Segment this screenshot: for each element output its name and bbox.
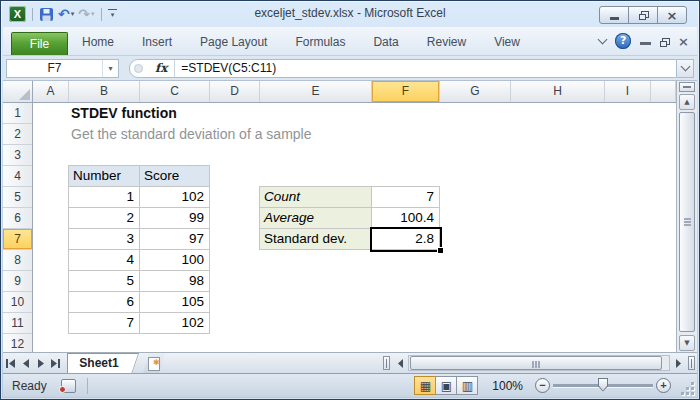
column-header-E[interactable]: E (260, 81, 372, 102)
column-header-F[interactable]: F (372, 81, 440, 102)
cell-F5[interactable]: 7 (372, 187, 440, 208)
sheet-tab-sheet1[interactable]: Sheet1 (67, 353, 139, 373)
cell-B6[interactable]: 2 (69, 208, 140, 229)
table-row: 7102 (69, 313, 210, 334)
fill-handle[interactable] (437, 247, 443, 253)
help-button[interactable]: ? (615, 33, 631, 49)
row-header-8[interactable]: 8 (3, 250, 32, 271)
zoom-slider-handle[interactable] (598, 378, 608, 392)
scroll-left-button[interactable] (393, 355, 407, 371)
row-header-1[interactable]: 1 (3, 103, 32, 124)
restore-button[interactable] (628, 6, 658, 24)
page-break-view-button[interactable]: ▥ (456, 376, 478, 395)
tab-home[interactable]: Home (68, 29, 128, 55)
row-header-4[interactable]: 4 (3, 166, 32, 187)
column-header-G[interactable]: G (440, 81, 511, 102)
row-header-6[interactable]: 6 (3, 208, 32, 229)
vertical-scroll-thumb[interactable] (679, 112, 695, 332)
cell-B9[interactable]: 5 (69, 271, 140, 292)
workbook-minimize-icon[interactable] (640, 42, 651, 45)
horizontal-scrollbar[interactable] (408, 355, 670, 371)
expand-ribbon-icon[interactable] (598, 35, 608, 45)
page-layout-view-button[interactable]: ▣ (435, 376, 457, 395)
formula-input[interactable]: =STDEV(C5:C11) (175, 61, 676, 75)
row-header-5[interactable]: 5 (3, 187, 32, 208)
first-sheet-button[interactable] (3, 353, 18, 373)
cell-C8[interactable]: 100 (140, 250, 210, 271)
name-box[interactable]: F7 ▾ (6, 59, 119, 78)
tab-insert[interactable]: Insert (128, 29, 186, 55)
column-header-C[interactable]: C (140, 81, 210, 102)
cell-F6[interactable]: 100.4 (372, 208, 440, 229)
column-header-A[interactable]: A (33, 81, 69, 102)
insert-function-button[interactable]: fx (148, 61, 174, 75)
tab-page-layout[interactable]: Page Layout (186, 29, 281, 55)
column-header-D[interactable]: D (210, 81, 260, 102)
tab-view[interactable]: View (480, 29, 534, 55)
cell-B7[interactable]: 3 (69, 229, 140, 250)
cell-B11[interactable]: 7 (69, 313, 140, 334)
cell-C4[interactable]: Score (140, 166, 210, 187)
scroll-down-button[interactable]: ▼ (679, 335, 695, 351)
column-header-stub[interactable] (651, 81, 676, 102)
select-all-corner[interactable] (3, 81, 33, 102)
workbook-close-icon[interactable]: × (678, 34, 689, 49)
sheet-canvas[interactable]: STDEV function Get the standard deviatio… (33, 103, 676, 352)
next-sheet-button[interactable] (33, 353, 48, 373)
tab-file[interactable]: File (11, 32, 68, 55)
cell-E5[interactable]: Count (260, 187, 372, 208)
last-sheet-button[interactable] (48, 353, 63, 373)
expand-formula-bar-button[interactable] (677, 59, 694, 78)
zoom-slider-track[interactable] (553, 384, 653, 388)
scroll-right-button[interactable] (671, 355, 685, 371)
cell-C6[interactable]: 99 (140, 208, 210, 229)
chevron-down-icon[interactable]: ▾ (102, 60, 118, 77)
sparkle-icon: ✱ (153, 359, 160, 367)
close-button[interactable]: × (657, 6, 687, 24)
tab-review[interactable]: Review (413, 29, 480, 55)
normal-view-button[interactable]: ▦ (414, 376, 436, 395)
resize-grip[interactable] (681, 382, 695, 396)
cell-E7[interactable]: Standard dev. (260, 229, 372, 250)
column-header-H[interactable]: H (511, 81, 605, 102)
zoom-level[interactable]: 100% (492, 379, 523, 393)
vertical-scrollbar[interactable]: ▲ ▼ (676, 81, 697, 352)
cell-B2-subtitle[interactable]: Get the standard deviation of a sample (71, 124, 311, 145)
cell-E6[interactable]: Average (260, 208, 372, 229)
record-macro-button[interactable] (57, 377, 79, 395)
cell-B10[interactable]: 6 (69, 292, 140, 313)
cell-C9[interactable]: 98 (140, 271, 210, 292)
row-header-10[interactable]: 10 (3, 292, 32, 313)
split-handle[interactable] (679, 82, 695, 92)
horizontal-scroll-thumb[interactable] (410, 356, 662, 370)
row-header-2[interactable]: 2 (3, 124, 32, 145)
tab-formulas[interactable]: Formulas (281, 29, 359, 55)
cell-C5[interactable]: 102 (140, 187, 210, 208)
minimize-button[interactable] (599, 6, 629, 24)
cell-B1-title[interactable]: STDEV function (71, 103, 177, 124)
insert-worksheet-button[interactable]: ✱ (139, 353, 169, 373)
column-header-I[interactable]: I (605, 81, 651, 102)
row-header-11[interactable]: 11 (3, 313, 32, 334)
cell-C10[interactable]: 105 (140, 292, 210, 313)
workbook-restore-icon[interactable] (660, 38, 669, 47)
row-header-9[interactable]: 9 (3, 271, 32, 292)
zoom-out-button[interactable]: − (535, 378, 550, 393)
column-header-B[interactable]: B (69, 81, 140, 102)
row-header-12[interactable]: 12 (3, 334, 32, 352)
previous-sheet-icon (22, 359, 30, 368)
cell-B8[interactable]: 4 (69, 250, 140, 271)
cell-B4[interactable]: Number (69, 166, 140, 187)
cell-C11[interactable]: 102 (140, 313, 210, 334)
row-header-3[interactable]: 3 (3, 145, 32, 166)
row-header-7[interactable]: 7 (3, 229, 32, 250)
cell-C7[interactable]: 97 (140, 229, 210, 250)
scrollbar-split-handle[interactable] (688, 356, 695, 370)
cell-B5[interactable]: 1 (69, 187, 140, 208)
zoom-in-button[interactable]: + (656, 378, 671, 393)
tab-split-handle[interactable] (383, 356, 390, 370)
tab-data[interactable]: Data (359, 29, 412, 55)
splitter-handle[interactable] (134, 64, 143, 73)
scroll-up-button[interactable]: ▲ (679, 94, 695, 110)
previous-sheet-button[interactable] (18, 353, 33, 373)
